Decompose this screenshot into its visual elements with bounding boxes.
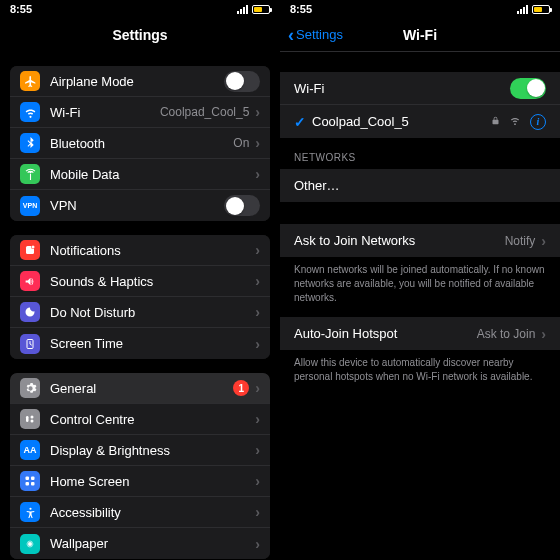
ask-join-label: Ask to Join Networks bbox=[294, 233, 505, 248]
row-wifi-switch[interactable]: Wi-Fi bbox=[280, 72, 560, 105]
group-auto-hotspot: Auto-Join Hotspot Ask to Join › bbox=[280, 317, 560, 350]
row-airplane[interactable]: Airplane Mode bbox=[10, 66, 270, 97]
row-label: Screen Time bbox=[50, 336, 253, 351]
row-auto-hotspot[interactable]: Auto-Join Hotspot Ask to Join › bbox=[280, 317, 560, 350]
row-vpn[interactable]: VPN VPN bbox=[10, 190, 270, 221]
auto-hotspot-label: Auto-Join Hotspot bbox=[294, 326, 477, 341]
auto-hotspot-footer: Allow this device to automatically disco… bbox=[280, 350, 560, 396]
status-time: 8:55 bbox=[290, 3, 312, 15]
row-sounds[interactable]: Sounds & Haptics › bbox=[10, 266, 270, 297]
row-ask-join[interactable]: Ask to Join Networks Notify › bbox=[280, 224, 560, 257]
vpn-toggle[interactable] bbox=[224, 195, 260, 216]
svg-rect-7 bbox=[26, 477, 30, 481]
row-accessibility[interactable]: Accessibility › bbox=[10, 497, 270, 528]
chevron-right-icon: › bbox=[255, 242, 260, 258]
status-time: 8:55 bbox=[10, 3, 32, 15]
group-general: General 1 › Control Centre › AA Display … bbox=[10, 373, 270, 559]
signal-icon bbox=[517, 5, 528, 14]
ask-join-footer: Known networks will be joined automatica… bbox=[280, 257, 560, 317]
row-label: General bbox=[50, 381, 233, 396]
networks-header: NETWORKS bbox=[280, 138, 560, 169]
back-label: Settings bbox=[296, 27, 343, 42]
row-label: Wi-Fi bbox=[50, 105, 160, 120]
other-label: Other… bbox=[294, 178, 546, 193]
row-wifi[interactable]: Wi-Fi Coolpad_Cool_5 › bbox=[10, 97, 270, 128]
chevron-right-icon: › bbox=[255, 473, 260, 489]
home-icon bbox=[20, 471, 40, 491]
svg-rect-4 bbox=[26, 416, 29, 422]
row-label: Notifications bbox=[50, 243, 253, 258]
chevron-right-icon: › bbox=[541, 233, 546, 249]
control-icon bbox=[20, 409, 40, 429]
info-icon[interactable]: i bbox=[530, 114, 546, 130]
row-wallpaper[interactable]: Wallpaper › bbox=[10, 528, 270, 559]
airplane-toggle[interactable] bbox=[224, 71, 260, 92]
row-current-network[interactable]: ✓ Coolpad_Cool_5 i bbox=[280, 105, 560, 138]
group-wifi-toggle: Wi-Fi ✓ Coolpad_Cool_5 i bbox=[280, 72, 560, 138]
group-ask-join: Ask to Join Networks Notify › bbox=[280, 224, 560, 257]
wifi-value: Coolpad_Cool_5 bbox=[160, 105, 249, 119]
chevron-right-icon: › bbox=[255, 104, 260, 120]
row-label: Control Centre bbox=[50, 412, 253, 427]
back-button[interactable]: ‹ Settings bbox=[288, 26, 343, 44]
bluetooth-icon bbox=[20, 133, 40, 153]
network-name: Coolpad_Cool_5 bbox=[312, 114, 491, 129]
notifications-icon bbox=[20, 240, 40, 260]
battery-icon bbox=[252, 5, 270, 14]
chevron-right-icon: › bbox=[255, 166, 260, 182]
svg-point-12 bbox=[28, 542, 32, 546]
row-display[interactable]: AA Display & Brightness › bbox=[10, 435, 270, 466]
chevron-left-icon: ‹ bbox=[288, 26, 294, 44]
row-notifications[interactable]: Notifications › bbox=[10, 235, 270, 266]
row-bluetooth[interactable]: Bluetooth On › bbox=[10, 128, 270, 159]
display-icon: AA bbox=[20, 440, 40, 460]
svg-point-6 bbox=[31, 420, 34, 423]
moon-icon bbox=[20, 302, 40, 322]
wifi-icon bbox=[20, 102, 40, 122]
svg-rect-8 bbox=[31, 477, 35, 481]
accessibility-icon bbox=[20, 502, 40, 522]
notification-badge: 1 bbox=[233, 380, 249, 396]
check-icon: ✓ bbox=[294, 114, 306, 130]
signal-icon bbox=[237, 5, 248, 14]
row-label: Bluetooth bbox=[50, 136, 233, 151]
wifi-toggle[interactable] bbox=[510, 78, 546, 99]
row-label: Display & Brightness bbox=[50, 443, 253, 458]
svg-point-2 bbox=[32, 246, 35, 249]
row-home-screen[interactable]: Home Screen › bbox=[10, 466, 270, 497]
status-bar: 8:55 bbox=[280, 0, 560, 18]
row-label: Accessibility bbox=[50, 505, 253, 520]
wifi-signal-icon bbox=[508, 115, 522, 128]
row-mobile-data[interactable]: Mobile Data › bbox=[10, 159, 270, 190]
row-screentime[interactable]: Screen Time › bbox=[10, 328, 270, 359]
chevron-right-icon: › bbox=[255, 380, 260, 396]
ask-join-value: Notify bbox=[505, 234, 536, 248]
chevron-right-icon: › bbox=[255, 536, 260, 552]
group-networks: Other… bbox=[280, 169, 560, 202]
chevron-right-icon: › bbox=[255, 304, 260, 320]
svg-rect-9 bbox=[26, 482, 30, 486]
row-other-network[interactable]: Other… bbox=[280, 169, 560, 202]
screentime-icon bbox=[20, 334, 40, 354]
antenna-icon bbox=[20, 164, 40, 184]
sounds-icon bbox=[20, 271, 40, 291]
wallpaper-icon bbox=[20, 534, 40, 554]
row-label: Do Not Disturb bbox=[50, 305, 253, 320]
auto-hotspot-value: Ask to Join bbox=[477, 327, 536, 341]
airplane-icon bbox=[20, 71, 40, 91]
row-label: Sounds & Haptics bbox=[50, 274, 253, 289]
row-dnd[interactable]: Do Not Disturb › bbox=[10, 297, 270, 328]
bluetooth-value: On bbox=[233, 136, 249, 150]
row-control-centre[interactable]: Control Centre › bbox=[10, 404, 270, 435]
page-title: Wi-Fi bbox=[403, 27, 437, 43]
chevron-right-icon: › bbox=[255, 135, 260, 151]
battery-icon bbox=[532, 5, 550, 14]
lock-icon bbox=[491, 115, 500, 128]
row-label: Mobile Data bbox=[50, 167, 253, 182]
row-label: Wallpaper bbox=[50, 536, 253, 551]
wifi-label: Wi-Fi bbox=[294, 81, 510, 96]
group-connectivity: Airplane Mode Wi-Fi Coolpad_Cool_5 › Blu… bbox=[10, 66, 270, 221]
chevron-right-icon: › bbox=[541, 326, 546, 342]
chevron-right-icon: › bbox=[255, 336, 260, 352]
row-general[interactable]: General 1 › bbox=[10, 373, 270, 404]
